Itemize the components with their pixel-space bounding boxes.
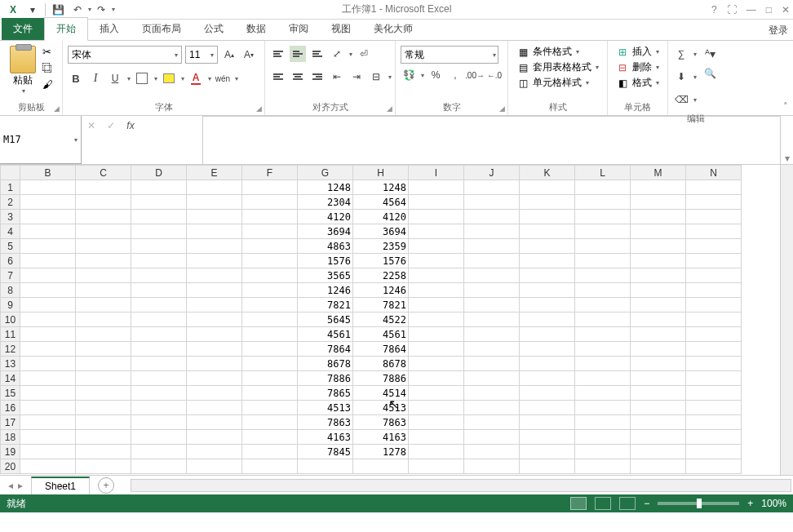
cell[interactable] [631, 298, 686, 313]
cell[interactable] [520, 459, 575, 474]
cell[interactable] [298, 459, 353, 474]
row-header[interactable]: 9 [1, 298, 20, 313]
column-header[interactable]: H [353, 166, 409, 180]
cell[interactable] [187, 371, 242, 386]
row-header[interactable]: 5 [1, 239, 20, 254]
page-break-view-icon[interactable] [619, 497, 636, 510]
cell[interactable] [131, 459, 187, 474]
cell[interactable] [76, 327, 131, 342]
expand-formula-bar-icon[interactable]: ▾ [780, 116, 793, 164]
border-dropdown-icon[interactable]: ▾ [154, 75, 157, 82]
cell[interactable] [131, 313, 187, 327]
cell[interactable] [686, 371, 742, 386]
row-header[interactable]: 1 [1, 180, 20, 195]
cell[interactable] [520, 254, 575, 268]
tab-layout[interactable]: 页面布局 [131, 18, 193, 40]
cell[interactable] [464, 313, 520, 327]
zoom-level[interactable]: 100% [761, 498, 786, 509]
minimize-icon[interactable]: — [746, 4, 756, 16]
cell[interactable] [131, 342, 187, 357]
cell[interactable] [187, 459, 242, 474]
cell[interactable] [520, 327, 575, 342]
zoom-slider[interactable] [658, 502, 739, 505]
cell[interactable] [242, 401, 298, 415]
cell[interactable] [242, 180, 298, 195]
cell[interactable]: 4513 [298, 401, 353, 415]
cell[interactable] [631, 327, 686, 342]
cell[interactable] [409, 415, 464, 430]
name-box-dropdown-icon[interactable]: ▾ [74, 136, 78, 144]
cell[interactable] [409, 459, 464, 474]
cell[interactable] [520, 298, 575, 313]
select-all-corner[interactable] [1, 166, 20, 180]
cell[interactable] [242, 357, 298, 371]
cell[interactable] [242, 313, 298, 327]
find-select-icon[interactable]: 🔍 [702, 65, 718, 82]
cell[interactable] [409, 430, 464, 445]
cell[interactable] [187, 239, 242, 254]
cell[interactable]: 4561 [298, 327, 353, 342]
cell[interactable] [242, 283, 298, 298]
cell[interactable]: 7864 [353, 342, 409, 357]
font-size-input[interactable] [189, 49, 210, 60]
cell[interactable] [20, 254, 76, 268]
column-header[interactable]: G [298, 166, 353, 180]
cell[interactable] [631, 239, 686, 254]
underline-dropdown-icon[interactable]: ▾ [127, 75, 131, 82]
cell[interactable] [409, 268, 464, 283]
cell[interactable] [464, 342, 520, 357]
sheet-nav-next-icon[interactable]: ▸ [18, 480, 23, 491]
cell[interactable] [76, 430, 131, 445]
fill-dropdown-icon[interactable]: ▾ [181, 75, 184, 82]
grid-table[interactable]: BCDEFGHIJKLMN 11248124822304456434120412… [0, 165, 742, 474]
cell[interactable] [20, 224, 76, 239]
increase-decimal-icon[interactable]: .00→ [467, 67, 483, 83]
cell[interactable] [686, 357, 742, 371]
cell[interactable]: 3694 [298, 224, 353, 239]
cell[interactable] [520, 386, 575, 401]
cell[interactable] [76, 268, 131, 283]
cell[interactable] [409, 210, 464, 224]
cell[interactable] [76, 254, 131, 268]
cell[interactable] [131, 415, 187, 430]
fill-dropdown-icon[interactable]: ▾ [693, 73, 697, 81]
cell[interactable] [686, 445, 742, 459]
cell[interactable] [464, 386, 520, 401]
column-header[interactable]: J [464, 166, 520, 180]
cell[interactable] [631, 210, 686, 224]
cell[interactable] [131, 239, 187, 254]
cell[interactable] [20, 445, 76, 459]
cell[interactable]: 2304 [298, 195, 353, 210]
cell[interactable]: 7821 [353, 298, 409, 313]
format-cells-button[interactable]: ◧格式▾ [613, 75, 662, 91]
cell[interactable] [409, 239, 464, 254]
cell[interactable] [131, 445, 187, 459]
cell[interactable]: 8678 [298, 357, 353, 371]
cell[interactable]: 7863 [298, 415, 353, 430]
cell[interactable]: 1576 [353, 254, 409, 268]
close-icon[interactable]: ✕ [782, 4, 790, 16]
name-box[interactable]: ▾ [0, 116, 82, 164]
cell[interactable] [353, 459, 409, 474]
autosum-icon[interactable]: ∑ [673, 46, 689, 62]
sheet-nav-prev-icon[interactable]: ◂ [8, 480, 13, 491]
cell[interactable] [76, 283, 131, 298]
page-layout-view-icon[interactable] [595, 497, 611, 510]
format-painter-icon[interactable]: 🖌 [42, 78, 55, 91]
insert-function-icon[interactable]: fx [121, 117, 140, 134]
tab-beautify[interactable]: 美化大师 [362, 18, 424, 40]
cell[interactable]: 4522 [353, 313, 409, 327]
row-header[interactable]: 10 [1, 313, 20, 327]
ribbon-options-icon[interactable]: ⛶ [727, 4, 737, 16]
percent-style-icon[interactable]: % [428, 67, 444, 83]
cell[interactable] [631, 268, 686, 283]
column-header[interactable]: M [631, 166, 686, 180]
normal-view-icon[interactable] [570, 497, 587, 510]
cell[interactable] [76, 313, 131, 327]
cell[interactable] [686, 224, 742, 239]
cell[interactable] [187, 430, 242, 445]
cell[interactable]: 4163 [353, 430, 409, 445]
cell[interactable] [575, 357, 631, 371]
cell[interactable] [76, 401, 131, 415]
cell[interactable] [520, 445, 575, 459]
